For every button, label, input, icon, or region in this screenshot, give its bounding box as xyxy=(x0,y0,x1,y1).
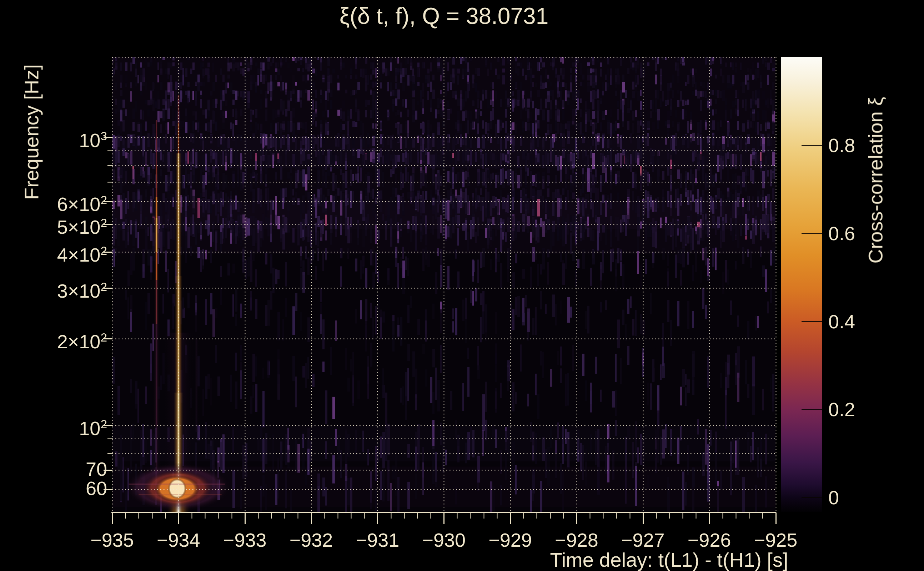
x-tick-label: −935 xyxy=(90,529,134,551)
y-axis-title: Frequency [Hz] xyxy=(20,64,43,200)
x-tick-label: −926 xyxy=(688,529,731,551)
x-tick-label: −933 xyxy=(223,529,267,551)
colorbar-tick-label: 0 xyxy=(828,486,839,509)
y-tick-label: 4×102 xyxy=(57,239,107,267)
plot-title: ξ(δ t, f), Q = 38.0731 xyxy=(112,3,776,29)
x-tick-label: −932 xyxy=(290,529,333,551)
colorbar-title: Cross-correlation ξ xyxy=(864,97,887,264)
colorbar-tick-label: 0.6 xyxy=(828,222,855,245)
y-tick-label: 2×102 xyxy=(57,326,107,353)
y-tick-label: 102 xyxy=(79,412,107,440)
y-tick-label: 5×102 xyxy=(57,211,107,239)
x-axis-title: Time delay: t(L1) - t(H1) [s] xyxy=(550,548,788,571)
y-tick-label: 60 xyxy=(86,477,107,500)
x-tick-label: −928 xyxy=(555,529,598,551)
x-tick-label: −934 xyxy=(157,529,200,551)
x-tick-label: −927 xyxy=(621,529,665,551)
y-tick-label: 103 xyxy=(79,125,107,152)
heatmap-canvas xyxy=(0,0,924,571)
y-tick-label: 3×102 xyxy=(57,275,107,302)
cross-correlation-qscan-figure: ξ(δ t, f), Q = 38.0731 Frequency [Hz] Ti… xyxy=(0,0,924,571)
colorbar-tick-label: 0.8 xyxy=(828,133,855,157)
x-tick-label: −925 xyxy=(754,529,797,551)
colorbar-tick-label: 0.2 xyxy=(828,398,855,421)
x-tick-label: −931 xyxy=(356,529,400,551)
x-tick-label: −929 xyxy=(488,529,532,551)
x-tick-label: −930 xyxy=(422,529,465,551)
colorbar-tick-label: 0.4 xyxy=(828,310,855,333)
